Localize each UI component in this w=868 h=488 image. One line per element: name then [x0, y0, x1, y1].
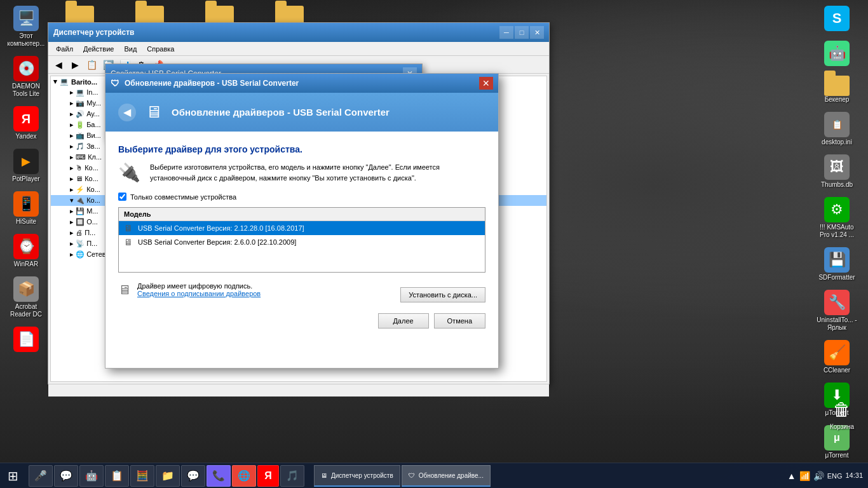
tray-network-icon[interactable]: 📶	[799, 471, 810, 481]
tray-expand-icon[interactable]: ▲	[787, 471, 796, 481]
hisuite-icon[interactable]: 📱 HiSuite	[3, 189, 49, 228]
this-pc-label: Этот компьютер...	[6, 32, 46, 48]
thumbs-db-icon[interactable]: 🖼 Thumbs.db	[814, 152, 860, 191]
close-button[interactable]: ✕	[530, 26, 544, 39]
menu-action[interactable]: Действие	[78, 44, 119, 54]
toolbar-btn-3[interactable]: 📋	[84, 58, 99, 72]
hisuite-icon-img: 📱	[13, 191, 39, 217]
model-label-2: USB Serial Converter Версия: 2.6.0.0 [22…	[138, 238, 296, 246]
acrobat-icon-img: 📄	[13, 327, 39, 352]
taskbar-device-manager[interactable]: 🖥 Диспетчер устройств	[314, 465, 400, 487]
model-item-1[interactable]: 🖥 USB Serial Converter Версия: 2.12.28.0…	[119, 221, 485, 235]
taskbar-messenger[interactable]: 💬	[181, 465, 205, 487]
back-navigation-button[interactable]: ◀	[118, 104, 136, 121]
ccleaner-img: 🧹	[824, 340, 850, 365]
description-text: Выберите изготовителя устройства, его мо…	[150, 162, 485, 183]
start-button[interactable]: ⊞	[0, 463, 25, 489]
maximize-button[interactable]: □	[515, 26, 529, 39]
next-button[interactable]: Далее	[378, 313, 429, 329]
yandex-icon[interactable]: Я Yandex	[3, 104, 49, 143]
device-manager-titlebar[interactable]: Диспетчер устройств ─ □ ✕	[48, 23, 549, 42]
taskbar-viber[interactable]: 📞	[207, 465, 231, 487]
model-icon-2: 🖥	[124, 237, 133, 247]
driver-update-titlebar[interactable]: 🛡 Обновление драйверов - USB Serial Conv…	[105, 74, 498, 93]
model-icon-1: 🖥	[124, 223, 133, 233]
kmsauto-img: ⚙	[824, 197, 850, 222]
cancel-button[interactable]: Отмена	[434, 313, 485, 329]
signature-link[interactable]: Сведения о подписывании драйверов	[137, 290, 261, 297]
ccleaner-icon[interactable]: 🧹 CCleaner	[814, 337, 860, 377]
potplayer-label: PotPlayer	[12, 175, 39, 183]
uninstalltool-icon[interactable]: 🔧 UninstallTo... - Ярлык	[814, 287, 860, 334]
menu-file[interactable]: Файл	[51, 44, 78, 54]
model-list-content[interactable]: 🖥 USB Serial Converter Версия: 2.12.28.0…	[119, 221, 485, 272]
recycle-bin-img: 🗑	[829, 396, 855, 422]
taskbar-du-label: Обновление драйве...	[419, 472, 484, 479]
huami-icon[interactable]: ⌚ WinRAR	[3, 231, 49, 271]
dialog-header: ◀ 🖥 Обновление драйверов - USB Serial Co…	[105, 93, 498, 132]
taskbar-driver-update[interactable]: 🛡 Обновление драйве...	[402, 465, 491, 487]
kmsauto-icon[interactable]: ⚙ !!! KMSAuto Pro v1.24 ...	[814, 194, 860, 241]
model-list: Модель 🖥 USB Serial Converter Версия: 2.…	[118, 207, 485, 273]
sdformatter-label: SDFormatter	[818, 274, 855, 281]
tray-volume-icon[interactable]: 🔊	[813, 471, 824, 481]
hisuite-label: HiSuite	[16, 218, 36, 226]
minimize-button[interactable]: ─	[499, 26, 513, 39]
winrar-icon[interactable]: 📦 Acrobat Reader DC	[3, 274, 49, 321]
daemon-tools-icon[interactable]: 💿 DAEMON Tools Lite	[3, 53, 49, 100]
recycle-bin-icon[interactable]: 🗑 Корзина	[819, 394, 865, 433]
dialog-button-row: Далее Отмена	[118, 313, 485, 329]
thumbs-db-img: 🖼	[824, 154, 850, 180]
tray-lang[interactable]: ENG	[827, 472, 843, 480]
driver-update-close-button[interactable]: ✕	[479, 77, 493, 90]
yandex-icon-img: Я	[13, 106, 39, 132]
taskbar-dm-icon: 🖥	[321, 472, 327, 479]
skype-icon-img: S	[824, 6, 850, 31]
signature-info: 🖥 Драйвер имеет цифровую подпись. Сведен…	[118, 282, 261, 297]
taskbar-android[interactable]: 🤖	[79, 465, 104, 487]
taskbar-clipboard[interactable]: 📋	[105, 465, 129, 487]
model-item-2[interactable]: 🖥 USB Serial Converter Версия: 2.6.0.0 […	[119, 235, 485, 249]
device-manager-statusbar	[48, 384, 549, 396]
skype-icon[interactable]: S	[814, 3, 860, 35]
yandex-label: Yandex	[15, 133, 36, 140]
back-button[interactable]: ◀	[51, 58, 66, 72]
taskbar-yandex[interactable]: Я	[257, 465, 279, 487]
desktop-ini-icon[interactable]: 📋 desktop.ini	[814, 109, 860, 149]
taskbar-quick-launch: 🎤 💬 🤖 📋 🧮 📁 💬 📞 🌐 Я 🎵	[25, 465, 308, 487]
install-from-disk-button[interactable]: Установить с диска...	[400, 287, 485, 302]
taskbar-folder[interactable]: 📁	[156, 465, 180, 487]
taskbar: ⊞ 🎤 💬 🤖 📋 🧮 📁 💬 📞 🌐 Я 🎵 🖥 Диспетчер устр…	[0, 463, 868, 488]
compatible-devices-checkbox[interactable]	[118, 193, 126, 201]
folder-img	[824, 76, 850, 96]
device-manager-title: Диспетчер устройств	[53, 28, 134, 37]
taskbar-browser[interactable]: 🌐	[232, 465, 256, 487]
this-pc-icon[interactable]: 🖥️ Этот компьютер...	[3, 3, 49, 50]
tray-time: 14:31	[845, 471, 863, 480]
thumbs-db-label: Thumbs.db	[821, 181, 853, 189]
compatible-devices-label[interactable]: Только совместимые устройства	[130, 193, 236, 201]
taskbar-tray: ▲ 📶 🔊 ENG 14:31	[782, 471, 868, 481]
recycle-bin-label: Корзина	[830, 423, 854, 431]
potplayer-icon[interactable]: ▶ PotPlayer	[3, 146, 49, 186]
signature-text: Драйвер имеет цифровую подпись.	[137, 282, 261, 290]
uninstalltool-img: 🔧	[824, 290, 850, 315]
beckeper-label: Бекепер	[825, 96, 850, 104]
usb-device-icon: 🔌	[118, 162, 140, 183]
taskbar-calculator[interactable]: 🧮	[130, 465, 154, 487]
acrobat-icon[interactable]: 📄	[3, 324, 49, 356]
menu-help[interactable]: Справка	[142, 44, 179, 54]
taskbar-chat[interactable]: 💬	[54, 465, 78, 487]
android-icon[interactable]: 🤖	[814, 38, 860, 70]
beckeper-folder-icon[interactable]: Бекепер	[814, 73, 860, 106]
forward-button[interactable]: ▶	[67, 58, 83, 72]
desktop: 🖥️ Этот компьютер... 💿 DAEMON Tools Lite…	[0, 0, 868, 488]
this-pc-icon-img: 🖥️	[13, 6, 39, 31]
taskbar-music[interactable]: 🎵	[280, 465, 304, 487]
menu-view[interactable]: Вид	[119, 44, 142, 54]
tray-time-area[interactable]: 14:31	[845, 471, 863, 480]
dialog-body: Выберите драйвер для этого устройства. 🔌…	[105, 132, 498, 341]
monitor-icon: 🖥	[146, 102, 162, 122]
taskbar-microphone[interactable]: 🎤	[29, 465, 53, 487]
sdformatter-icon[interactable]: 💾 SDFormatter	[814, 245, 860, 284]
